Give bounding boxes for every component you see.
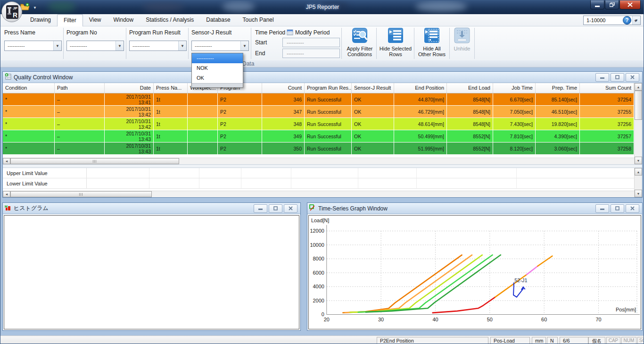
press-name-combo[interactable]: ----------▼ xyxy=(4,41,62,51)
column-header-date[interactable]: Date xyxy=(105,83,154,93)
limit-cell[interactable] xyxy=(517,178,642,188)
start-date-field[interactable]: ---------- xyxy=(282,38,340,47)
limit-cell[interactable] xyxy=(517,168,642,178)
pane-splitter[interactable] xyxy=(3,164,642,168)
limit-cell[interactable] xyxy=(87,168,149,178)
close-button[interactable] xyxy=(619,0,641,9)
limit-cell[interactable] xyxy=(199,168,241,178)
calendar-icon[interactable] xyxy=(287,29,293,37)
minimize-button[interactable] xyxy=(590,0,604,9)
scroll-up-icon[interactable]: ▲ xyxy=(635,168,642,176)
tab-statistics-analysis[interactable]: Statistics / Analysis xyxy=(140,14,200,26)
scroll-left-icon[interactable]: ◄ xyxy=(3,191,10,197)
scroll-down-icon[interactable]: ▼ xyxy=(635,190,642,197)
tab-filter[interactable]: Filter xyxy=(57,14,83,26)
modify-period-label[interactable]: Modify Period xyxy=(295,29,330,36)
column-header-count[interactable]: Count xyxy=(262,83,305,93)
combo-dropdown-icon[interactable]: ▼ xyxy=(116,41,124,50)
limit-cell[interactable] xyxy=(291,178,358,188)
column-header-end-load[interactable]: End Load xyxy=(447,83,493,93)
table-row[interactable]: *–2017/10/31 13:431tP2350Run SuccessfulO… xyxy=(3,143,634,155)
histogram-restore-button[interactable] xyxy=(269,204,282,213)
limits-pane: Upper Limit Value Lower Limit Value ◄ ▲ … xyxy=(3,168,642,197)
dropdown-item-nok[interactable]: NOK xyxy=(192,63,243,73)
limit-cell[interactable] xyxy=(358,168,417,178)
graph-minimize-button[interactable] xyxy=(595,204,609,213)
tab-database[interactable]: Database xyxy=(200,14,236,26)
apply-filter-conditions-button[interactable]: Apply Filter Conditions xyxy=(343,27,376,59)
dropdown-item-[interactable]: ---------- xyxy=(192,53,243,63)
combo-value: ---------- xyxy=(192,41,240,50)
sensor-j-result-combo[interactable]: ----------▼ xyxy=(191,41,249,51)
limit-cell[interactable] xyxy=(241,178,291,188)
tab-touch-panel[interactable]: Touch Panel xyxy=(237,14,280,26)
scroll-up-icon[interactable]: ▲ xyxy=(635,83,642,91)
hide-selected-rows-button[interactable]: Hide Selected Rows xyxy=(378,27,413,59)
restore-button[interactable] xyxy=(605,0,619,9)
histogram-close-button[interactable] xyxy=(284,204,297,213)
tab-drawing[interactable]: Drawing xyxy=(24,14,57,26)
tab-window[interactable]: Window xyxy=(107,14,140,26)
table-cell: 8552[N] xyxy=(447,143,493,155)
limit-cell[interactable] xyxy=(417,168,517,178)
hide-all-other-rows-button[interactable]: Hide All Other Rows xyxy=(415,27,449,59)
graph-close-button[interactable] xyxy=(626,204,639,213)
table-row[interactable]: *–2017/10/31 13:421tP2348Run SuccessfulO… xyxy=(3,118,634,130)
histogram-minimize-button[interactable] xyxy=(254,204,267,213)
limits-horizontal-scrollbar[interactable]: ◄ xyxy=(3,191,634,197)
qat-dropdown-icon[interactable]: ▼ xyxy=(33,6,37,10)
end-date-field[interactable]: ---------- xyxy=(282,49,340,58)
qc-horizontal-scrollbar[interactable]: ◄ xyxy=(3,158,634,164)
scrollbar-thumb[interactable] xyxy=(10,191,152,197)
svg-text:Pos[mm]: Pos[mm] xyxy=(616,307,636,312)
column-header-program-run-res-[interactable]: Program Run Res... xyxy=(305,83,352,93)
dropdown-item-ok[interactable]: OK xyxy=(192,73,243,83)
column-header-job-time[interactable]: Job Time xyxy=(493,83,536,93)
combo-dropdown-icon[interactable]: ▼ xyxy=(53,41,61,50)
tab-view[interactable]: View xyxy=(83,14,107,26)
table-cell: 46.729[mm] xyxy=(394,106,447,118)
column-header-condition[interactable]: Condition xyxy=(3,83,55,93)
column-header-press-na-[interactable]: Press Na... xyxy=(154,83,188,93)
qc-minimize-button[interactable] xyxy=(595,73,609,82)
scrollbar-thumb[interactable] xyxy=(635,91,642,120)
table-cell: 37255 xyxy=(580,106,634,118)
app-logo-icon[interactable]: JP R xyxy=(1,1,22,22)
histogram-icon: H xyxy=(5,204,11,212)
graph-restore-button[interactable] xyxy=(611,204,624,213)
column-header-end-position[interactable]: End Position xyxy=(394,83,447,93)
column-header-sum-count[interactable]: Sum Count xyxy=(580,83,634,93)
limit-cell[interactable] xyxy=(149,168,199,178)
scroll-left-icon[interactable]: ◄ xyxy=(3,158,10,164)
column-header-path[interactable]: Path xyxy=(55,83,105,93)
limit-cell[interactable] xyxy=(417,178,517,188)
qc-restore-button[interactable] xyxy=(611,73,624,82)
combo-dropdown-icon[interactable]: ▼ xyxy=(178,41,186,50)
help-dropdown-icon[interactable]: ▼ xyxy=(634,19,637,23)
limit-cell[interactable] xyxy=(358,178,417,188)
table-cell: 8.120[sec] xyxy=(493,143,536,155)
column-header-sensor-j-result[interactable]: Sensor-J Result xyxy=(352,83,394,93)
help-button[interactable]: ? xyxy=(623,16,631,25)
range-selector-combo[interactable]: 1-10000 ▼ xyxy=(583,16,641,25)
qc-vertical-scrollbar[interactable]: ▲ ▼ xyxy=(634,83,642,164)
histogram-window: H ヒストグラム xyxy=(2,202,301,331)
title-bar: JP5 Reporter xyxy=(0,0,644,14)
limits-vertical-scrollbar[interactable]: ▲ ▼ xyxy=(634,168,642,197)
table-row[interactable]: *–2017/10/31 13:411tP2346Run SuccessfulO… xyxy=(3,93,634,106)
scrollbar-thumb[interactable] xyxy=(10,158,179,164)
table-row[interactable]: *–2017/10/31 13:431tP2349Run SuccessfulO… xyxy=(3,130,634,143)
limit-cell[interactable] xyxy=(149,178,199,188)
column-header-prep-time[interactable]: Prep. Time xyxy=(536,83,580,93)
table-row[interactable]: *–2017/10/31 13:421tP2347Run SuccessfulO… xyxy=(3,106,634,118)
limit-cell[interactable] xyxy=(241,168,291,178)
qc-close-button[interactable] xyxy=(626,73,639,82)
limit-cell[interactable] xyxy=(87,178,149,188)
table-cell: 8548[N] xyxy=(447,106,493,118)
limit-cell[interactable] xyxy=(291,168,358,178)
scroll-down-icon[interactable]: ▼ xyxy=(635,157,642,164)
combo-dropdown-icon[interactable]: ▼ xyxy=(240,41,248,50)
limit-cell[interactable] xyxy=(199,178,241,188)
program-no-combo[interactable]: ----------▼ xyxy=(66,41,124,51)
program-run-result-combo[interactable]: ----------▼ xyxy=(129,41,187,51)
